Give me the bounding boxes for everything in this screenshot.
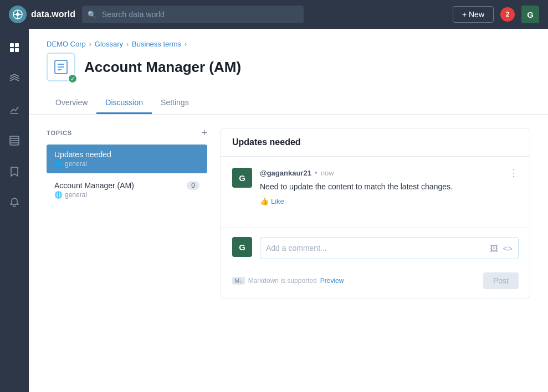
topic-scope: general [65,160,87,168]
comment-item: G @gagankaur21 • now ⋮ Need to update th… [232,168,519,205]
comment-footer: M↓ Markdown is supported Preview Post [221,268,530,298]
sidebar-item-bookmarks[interactable] [4,162,24,182]
image-icon[interactable]: 🖼 [490,244,498,253]
topics-title: TOPICS [47,130,72,136]
like-label: Like [271,197,284,205]
topic-meta: 🌐 general [54,191,134,199]
add-topic-button[interactable]: + [201,128,207,138]
verified-badge: ✓ [68,74,78,84]
search-icon: 🔍 [88,11,96,19]
sidebar-item-analytics[interactable] [4,100,24,120]
comment-more-button[interactable]: ⋮ [509,168,519,178]
comment-input-icons: 🖼 <> [490,244,513,253]
discussion-layout: TOPICS + Updates needed 🌐 general [29,115,548,312]
comment-input-row: G 🖼 <> [221,228,530,268]
breadcrumb-glossary[interactable]: Glossary [95,40,123,48]
tab-overview[interactable]: Overview [47,92,96,114]
comment-avatar: G [232,168,252,188]
page-header: DEMO Corp › Glossary › Business terms › … [29,29,548,115]
search-input[interactable] [82,6,304,23]
search-bar: 🔍 [82,6,304,23]
topics-panel: TOPICS + Updates needed 🌐 general [47,128,207,298]
markdown-label: Markdown is supported [248,277,317,285]
breadcrumb-sep-1: › [89,40,91,48]
discussion-title: Updates needed [221,128,530,157]
sidebar-item-grid[interactable] [4,38,24,58]
post-button[interactable]: Post [483,272,519,289]
comment-time: now [321,169,334,177]
like-icon: 👍 [260,197,269,205]
new-button[interactable]: + New [453,6,494,23]
preview-link[interactable]: Preview [320,277,344,285]
comment-actions: 👍 Like [260,197,519,205]
sidebar-item-catalog[interactable] [4,131,24,151]
code-icon[interactable]: <> [503,244,513,253]
page-icon: ✓ [47,53,75,81]
topic-scope: general [65,191,87,199]
topic-item-content: Updates needed 🌐 general [54,150,111,168]
left-sidebar [0,29,29,392]
tab-settings[interactable]: Settings [152,92,198,114]
topic-name: Updates needed [54,150,111,159]
sidebar-item-notifications[interactable] [4,193,24,213]
topic-name: Account Manager (AM) [54,181,134,190]
input-user-avatar: G [232,237,252,257]
breadcrumb-sep-3: › [185,40,187,48]
like-button[interactable]: 👍 Like [260,197,284,205]
comment-dot: • [315,168,317,177]
notification-badge[interactable]: 2 [500,7,515,22]
svg-rect-6 [10,48,14,52]
app-name: data.world [31,9,75,19]
logo-area: data.world [9,6,75,23]
main-layout: DEMO Corp › Glossary › Business terms › … [0,29,548,392]
topic-item-account-manager[interactable]: Account Manager (AM) 🌐 general 0 [47,176,207,204]
page-title-row: ✓ Account Manager (AM) [47,53,530,81]
comment-body: @gagankaur21 • now ⋮ Need to update the … [260,168,519,205]
topic-meta: 🌐 general [54,160,111,168]
page-title: Account Manager (AM) [84,59,241,76]
content-area: DEMO Corp › Glossary › Business terms › … [29,29,548,392]
sidebar-item-layers[interactable] [4,69,24,89]
topic-item-content: Account Manager (AM) 🌐 general [54,181,134,199]
tab-discussion[interactable]: Discussion [96,92,152,114]
topic-count: 0 [187,181,199,190]
nav-right: + New 2 G [453,6,539,23]
comment-input-box: 🖼 <> [260,237,519,259]
tabs: Overview Discussion Settings [47,92,530,114]
discussion-panel: Updates needed G @gagankaur21 • now ⋮ [221,128,530,298]
svg-rect-5 [15,43,19,47]
breadcrumb-org[interactable]: DEMO Corp [47,40,86,48]
markdown-icon: M↓ [232,277,245,285]
topic-item-updates-needed[interactable]: Updates needed 🌐 general [47,145,207,173]
breadcrumb: DEMO Corp › Glossary › Business terms › [47,40,530,48]
comment-section: G @gagankaur21 • now ⋮ Need to update th… [221,157,530,228]
svg-rect-4 [10,43,14,47]
user-avatar[interactable]: G [521,6,539,23]
topics-header: TOPICS + [47,128,207,138]
markdown-note: M↓ Markdown is supported Preview [232,277,344,285]
breadcrumb-sep-2: › [126,40,129,48]
logo-icon [9,6,27,23]
comment-meta: @gagankaur21 • now ⋮ [260,168,519,178]
globe-icon: 🌐 [54,160,63,168]
comment-author: @gagankaur21 [260,169,311,177]
top-nav: data.world 🔍 + New 2 G [0,0,548,29]
svg-rect-7 [15,48,19,52]
globe-icon: 🌐 [54,191,63,199]
breadcrumb-section[interactable]: Business terms [132,40,181,48]
comment-input[interactable] [266,244,490,252]
comment-text: Need to update the content to match the … [260,181,519,193]
